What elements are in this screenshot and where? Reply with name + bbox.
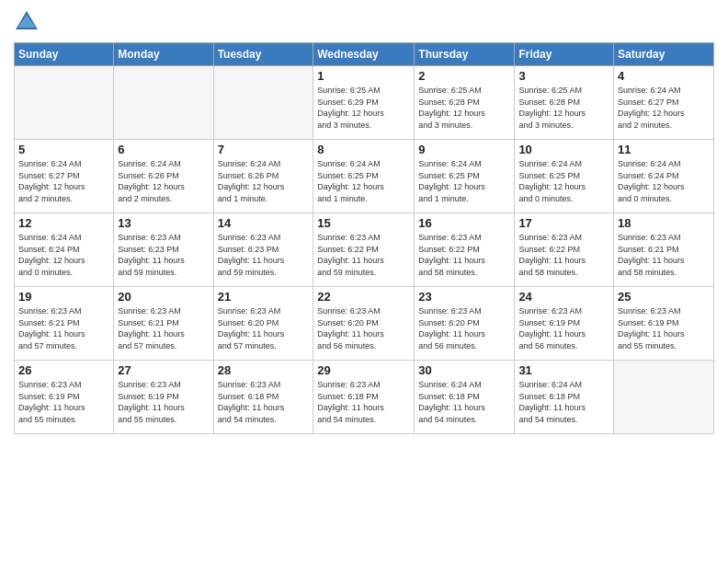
day-info: Sunrise: 6:23 AM Sunset: 6:19 PM Dayligh… (618, 305, 710, 351)
day-info: Sunrise: 6:25 AM Sunset: 6:29 PM Dayligh… (317, 85, 410, 131)
day-number: 9 (418, 143, 510, 156)
calendar-cell: 9Sunrise: 6:24 AM Sunset: 6:25 PM Daylig… (415, 140, 515, 213)
day-number: 22 (317, 290, 410, 304)
day-number: 26 (18, 363, 109, 377)
day-number: 28 (218, 363, 310, 377)
day-number: 18 (618, 216, 710, 230)
day-number: 3 (518, 69, 609, 83)
day-info: Sunrise: 6:23 AM Sunset: 6:22 PM Dayligh… (418, 232, 510, 278)
day-info: Sunrise: 6:23 AM Sunset: 6:19 PM Dayligh… (118, 379, 209, 425)
calendar-cell: 19Sunrise: 6:23 AM Sunset: 6:21 PM Dayli… (15, 287, 114, 361)
calendar-cell: 6Sunrise: 6:24 AM Sunset: 6:26 PM Daylig… (114, 140, 213, 213)
day-number: 27 (118, 363, 209, 377)
calendar-week-4: 19Sunrise: 6:23 AM Sunset: 6:21 PM Dayli… (15, 287, 714, 361)
day-info: Sunrise: 6:23 AM Sunset: 6:23 PM Dayligh… (218, 232, 310, 278)
calendar-cell: 2Sunrise: 6:25 AM Sunset: 6:28 PM Daylig… (415, 66, 515, 140)
calendar-cell (15, 66, 114, 140)
day-number: 10 (518, 143, 609, 156)
day-number: 17 (518, 216, 609, 230)
day-number: 8 (317, 143, 410, 156)
calendar-cell: 21Sunrise: 6:23 AM Sunset: 6:20 PM Dayli… (213, 287, 313, 361)
calendar-cell: 25Sunrise: 6:23 AM Sunset: 6:19 PM Dayli… (614, 287, 714, 361)
calendar-cell: 11Sunrise: 6:24 AM Sunset: 6:24 PM Dayli… (614, 140, 714, 213)
day-info: Sunrise: 6:24 AM Sunset: 6:26 PM Dayligh… (118, 158, 209, 204)
logo-icon (14, 9, 40, 35)
day-number: 29 (317, 363, 410, 377)
calendar-header-thursday: Thursday (415, 43, 515, 66)
day-number: 12 (18, 216, 109, 230)
day-number: 5 (18, 143, 109, 156)
day-info: Sunrise: 6:24 AM Sunset: 6:27 PM Dayligh… (18, 158, 109, 204)
day-number: 2 (418, 69, 510, 83)
day-number: 7 (218, 143, 310, 156)
day-number: 1 (317, 69, 410, 83)
calendar-cell: 22Sunrise: 6:23 AM Sunset: 6:20 PM Dayli… (313, 287, 415, 361)
day-info: Sunrise: 6:23 AM Sunset: 6:22 PM Dayligh… (518, 232, 609, 278)
day-number: 15 (317, 216, 410, 230)
day-number: 14 (218, 216, 310, 230)
calendar-cell: 30Sunrise: 6:24 AM Sunset: 6:18 PM Dayli… (415, 361, 515, 434)
day-number: 19 (18, 290, 109, 304)
day-info: Sunrise: 6:23 AM Sunset: 6:19 PM Dayligh… (18, 379, 109, 425)
calendar-header-sunday: Sunday (15, 43, 114, 66)
day-info: Sunrise: 6:24 AM Sunset: 6:25 PM Dayligh… (317, 158, 410, 204)
day-info: Sunrise: 6:25 AM Sunset: 6:28 PM Dayligh… (518, 85, 609, 131)
calendar-cell: 4Sunrise: 6:24 AM Sunset: 6:27 PM Daylig… (614, 66, 714, 140)
day-info: Sunrise: 6:24 AM Sunset: 6:18 PM Dayligh… (418, 379, 510, 425)
day-number: 21 (218, 290, 310, 304)
day-number: 24 (518, 290, 609, 304)
day-info: Sunrise: 6:24 AM Sunset: 6:25 PM Dayligh… (518, 158, 609, 204)
day-number: 30 (418, 363, 510, 377)
calendar-cell: 7Sunrise: 6:24 AM Sunset: 6:26 PM Daylig… (213, 140, 313, 213)
calendar-cell: 15Sunrise: 6:23 AM Sunset: 6:22 PM Dayli… (313, 213, 415, 287)
calendar-cell: 5Sunrise: 6:24 AM Sunset: 6:27 PM Daylig… (15, 140, 114, 213)
calendar-cell: 14Sunrise: 6:23 AM Sunset: 6:23 PM Dayli… (213, 213, 313, 287)
day-info: Sunrise: 6:23 AM Sunset: 6:23 PM Dayligh… (118, 232, 209, 278)
calendar-cell: 27Sunrise: 6:23 AM Sunset: 6:19 PM Dayli… (114, 361, 213, 434)
day-info: Sunrise: 6:24 AM Sunset: 6:27 PM Dayligh… (618, 85, 710, 131)
calendar-header-monday: Monday (114, 43, 213, 66)
day-info: Sunrise: 6:23 AM Sunset: 6:18 PM Dayligh… (218, 379, 310, 425)
calendar-cell: 8Sunrise: 6:24 AM Sunset: 6:25 PM Daylig… (313, 140, 415, 213)
day-info: Sunrise: 6:23 AM Sunset: 6:19 PM Dayligh… (518, 305, 609, 351)
calendar-week-3: 12Sunrise: 6:24 AM Sunset: 6:24 PM Dayli… (15, 213, 714, 287)
day-info: Sunrise: 6:24 AM Sunset: 6:24 PM Dayligh… (18, 232, 109, 278)
day-info: Sunrise: 6:24 AM Sunset: 6:25 PM Dayligh… (418, 158, 510, 204)
day-info: Sunrise: 6:23 AM Sunset: 6:20 PM Dayligh… (317, 305, 410, 351)
calendar-cell (114, 66, 213, 140)
day-number: 11 (618, 143, 710, 156)
day-info: Sunrise: 6:24 AM Sunset: 6:18 PM Dayligh… (518, 379, 609, 425)
calendar-header-saturday: Saturday (614, 43, 714, 66)
day-number: 20 (118, 290, 209, 304)
day-info: Sunrise: 6:23 AM Sunset: 6:21 PM Dayligh… (18, 305, 109, 351)
calendar-cell: 23Sunrise: 6:23 AM Sunset: 6:20 PM Dayli… (415, 287, 515, 361)
calendar-cell: 10Sunrise: 6:24 AM Sunset: 6:25 PM Dayli… (515, 140, 614, 213)
calendar-cell: 29Sunrise: 6:23 AM Sunset: 6:18 PM Dayli… (313, 361, 415, 434)
page: SundayMondayTuesdayWednesdayThursdayFrid… (0, 0, 728, 563)
header (14, 9, 714, 35)
day-info: Sunrise: 6:23 AM Sunset: 6:18 PM Dayligh… (317, 379, 410, 425)
calendar-cell (614, 361, 714, 434)
calendar-cell: 24Sunrise: 6:23 AM Sunset: 6:19 PM Dayli… (515, 287, 614, 361)
calendar-cell: 3Sunrise: 6:25 AM Sunset: 6:28 PM Daylig… (515, 66, 614, 140)
day-info: Sunrise: 6:25 AM Sunset: 6:28 PM Dayligh… (418, 85, 510, 131)
day-number: 25 (618, 290, 710, 304)
calendar-header-wednesday: Wednesday (313, 43, 415, 66)
day-info: Sunrise: 6:23 AM Sunset: 6:21 PM Dayligh… (618, 232, 710, 278)
day-info: Sunrise: 6:23 AM Sunset: 6:21 PM Dayligh… (118, 305, 209, 351)
day-info: Sunrise: 6:24 AM Sunset: 6:24 PM Dayligh… (618, 158, 710, 204)
calendar-cell: 20Sunrise: 6:23 AM Sunset: 6:21 PM Dayli… (114, 287, 213, 361)
calendar-header-row: SundayMondayTuesdayWednesdayThursdayFrid… (15, 43, 714, 66)
calendar-header-tuesday: Tuesday (213, 43, 313, 66)
svg-marker-1 (17, 15, 36, 28)
calendar-cell: 26Sunrise: 6:23 AM Sunset: 6:19 PM Dayli… (15, 361, 114, 434)
day-number: 31 (518, 363, 609, 377)
day-info: Sunrise: 6:23 AM Sunset: 6:20 PM Dayligh… (418, 305, 510, 351)
logo (14, 9, 43, 35)
day-number: 4 (618, 69, 710, 83)
day-number: 6 (118, 143, 209, 156)
day-number: 23 (418, 290, 510, 304)
calendar-table: SundayMondayTuesdayWednesdayThursdayFrid… (14, 42, 714, 434)
calendar-week-5: 26Sunrise: 6:23 AM Sunset: 6:19 PM Dayli… (15, 361, 714, 434)
day-info: Sunrise: 6:23 AM Sunset: 6:20 PM Dayligh… (218, 305, 310, 351)
